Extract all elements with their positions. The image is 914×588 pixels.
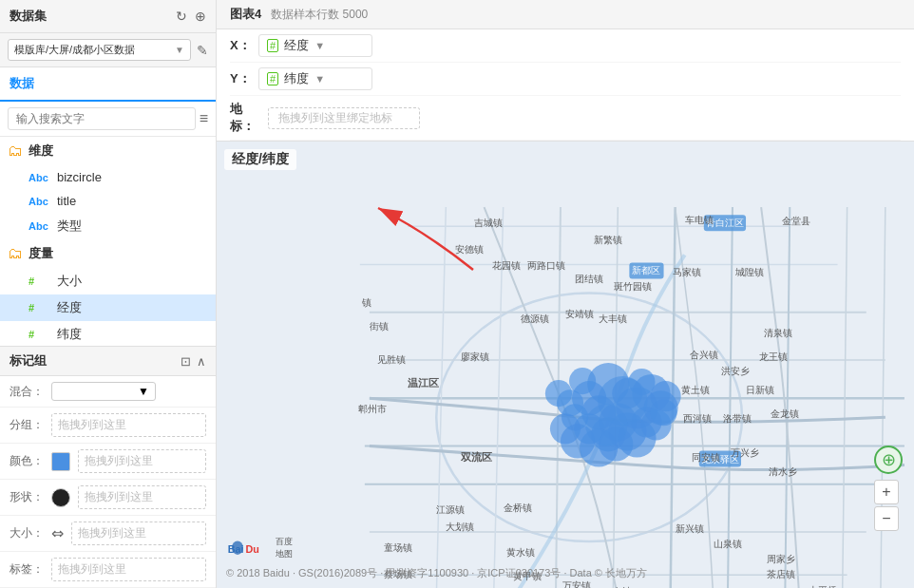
svg-text:郫州市: 郫州市: [358, 404, 387, 414]
shape-row: 形状： 拖拽列到这里: [0, 480, 216, 516]
geo-dropzone[interactable]: 拖拽列到这里绑定地标: [268, 107, 420, 129]
svg-point-46: [585, 404, 627, 446]
refresh-icon[interactable]: ↻: [176, 9, 187, 24]
chart-type-label: 经度/纬度: [224, 149, 296, 170]
x-field-name: 经度: [284, 37, 309, 54]
mark-group-panel: 标记组 ⊡ ∧ 混合： ▼ 分组： 拖拽列到这里 颜色： 拖拽列到这里: [0, 346, 216, 588]
svg-text:西河镇: 西河镇: [683, 413, 712, 424]
data-tab[interactable]: 数据: [0, 67, 216, 102]
geo-row: 地标： 拖拽列到这里绑定地标: [230, 96, 901, 141]
blend-row: 混合： ▼: [0, 376, 216, 408]
map-copyright: © 2018 Baidu · GS(2016)2089号 · 甲测资字11009…: [226, 566, 647, 580]
field-latitude[interactable]: # 纬度: [0, 321, 216, 346]
tag-dropzone[interactable]: 拖拽列到这里: [51, 558, 206, 581]
field-name-latitude: 纬度: [57, 326, 82, 343]
color-dropzone[interactable]: 拖拽列到这里: [78, 449, 206, 473]
svg-text:德源镇: 德源镇: [521, 313, 549, 324]
svg-point-43: [569, 368, 596, 394]
svg-text:见胜镇: 见胜镇: [377, 354, 406, 365]
svg-text:城隍镇: 城隍镇: [734, 267, 764, 277]
color-row: 颜色： 拖拽列到这里: [0, 444, 216, 480]
svg-text:同安镇: 同安镇: [692, 452, 720, 463]
mark-group-expand-icon[interactable]: ∧: [197, 354, 206, 369]
field-longitude[interactable]: # 经度: [0, 294, 216, 321]
svg-point-41: [545, 380, 572, 407]
svg-text:车电镇: 车电镇: [685, 215, 714, 225]
svg-text:大丰镇: 大丰镇: [599, 313, 627, 324]
svg-text:新兴镇: 新兴镇: [676, 523, 704, 534]
search-bar: ≡: [0, 102, 216, 137]
svg-text:团结镇: 团结镇: [575, 274, 603, 284]
panel-header-icons: ↻ ⊕: [176, 9, 206, 24]
field-name-longitude: 经度: [57, 299, 82, 316]
x-axis-field[interactable]: # 经度 ▼: [258, 34, 372, 57]
baidu-logo: Bai Du 百度 地图: [226, 535, 293, 561]
svg-text:茶店镇: 茶店镇: [767, 569, 795, 579]
y-field-arrow-icon: ▼: [314, 73, 325, 85]
zoom-controls: ⊕ + −: [874, 446, 903, 531]
measures-section-header[interactable]: 🗂 度量: [0, 239, 216, 268]
dataset-dropdown[interactable]: 模版库/大屏/成都小区数据 ▼: [8, 39, 191, 61]
svg-text:镇: 镇: [361, 297, 371, 308]
color-picker[interactable]: [51, 452, 70, 471]
field-name-bizcircle: bizcircle: [57, 170, 102, 184]
geo-label: 地标：: [230, 101, 258, 135]
svg-text:黄水镇: 黄水镇: [506, 547, 535, 558]
split-dropzone[interactable]: 拖拽列到这里: [51, 413, 206, 437]
svg-text:金龙镇: 金龙镇: [771, 408, 799, 419]
blend-dropdown-arrow: ▼: [138, 385, 149, 398]
field-type-abc-type: Abc: [29, 220, 51, 232]
svg-text:合兴镇: 合兴镇: [690, 350, 718, 360]
settings-icon[interactable]: ⊕: [195, 9, 206, 24]
zoom-out-button[interactable]: −: [874, 506, 899, 531]
split-label: 分组：: [10, 417, 44, 433]
svg-text:童场镇: 童场镇: [384, 542, 412, 553]
dataset-selector: 模版库/大屏/成都小区数据 ▼ ✎: [0, 33, 216, 67]
dataset-edit-button[interactable]: ✎: [197, 43, 208, 58]
folder-icon-measures: 🗂: [8, 245, 23, 262]
svg-text:双流区: 双流区: [460, 451, 492, 463]
blend-value: ▼: [51, 382, 206, 401]
zoom-in-button[interactable]: +: [874, 480, 899, 504]
field-name-type: 类型: [57, 218, 82, 235]
blend-dropdown[interactable]: ▼: [51, 382, 156, 401]
blend-label: 混合：: [10, 384, 44, 400]
folder-icon: 🗂: [8, 142, 23, 160]
zoom-locate-button[interactable]: ⊕: [874, 446, 903, 474]
shape-dropzone[interactable]: 拖拽列到这里: [78, 485, 206, 509]
split-row: 分组： 拖拽列到这里: [0, 408, 216, 444]
search-input[interactable]: [8, 107, 196, 130]
search-menu-icon[interactable]: ≡: [200, 110, 208, 127]
y-axis-field[interactable]: # 纬度 ▼: [258, 67, 372, 90]
svg-text:新繁镇: 新繁镇: [594, 235, 622, 245]
svg-text:日新镇: 日新镇: [746, 385, 774, 395]
left-panel: 数据集 ↻ ⊕ 模版库/大屏/成都小区数据 ▼ ✎ 数据 ≡ 🗂 维度 Abc …: [0, 0, 217, 588]
svg-text:金堂县: 金堂县: [782, 216, 810, 226]
mark-group-header: 标记组 ⊡ ∧: [0, 347, 216, 376]
x-field-type-icon: #: [267, 39, 278, 52]
svg-point-42: [650, 381, 680, 411]
chart-subtitle: 数据样本行数 5000: [271, 7, 368, 23]
baidu-map-text: 地图: [276, 548, 293, 560]
main-area: 图表4 数据样本行数 5000 X： # 经度 ▼ Y： # 纬度 ▼ 地标： …: [217, 0, 914, 588]
baidu-logo-svg: Bai Du: [226, 535, 272, 561]
tag-label: 标签：: [10, 561, 44, 578]
tag-row: 标签： 拖拽列到这里: [0, 552, 216, 588]
y-axis-label: Y：: [230, 70, 258, 87]
dimensions-section-header[interactable]: 🗂 维度: [0, 137, 216, 165]
dropdown-arrow-icon: ▼: [175, 45, 184, 55]
y-field-name: 纬度: [284, 70, 309, 87]
mark-group-collapse-icon[interactable]: ⊡: [181, 354, 191, 369]
size-dropzone[interactable]: 拖拽列到这里: [71, 522, 206, 545]
field-bizcircle[interactable]: Abc bizcircle: [0, 165, 216, 189]
map-container: 经度/纬度: [217, 142, 914, 588]
field-type-item[interactable]: Abc 类型: [0, 213, 216, 239]
svg-text:黄土镇: 黄土镇: [681, 385, 710, 395]
shape-picker[interactable]: [51, 488, 70, 507]
field-size[interactable]: # 大小: [0, 268, 216, 294]
field-title[interactable]: Abc title: [0, 189, 216, 213]
y-axis-row: Y： # 纬度 ▼: [230, 63, 901, 96]
size-icon[interactable]: ⇔: [51, 524, 64, 542]
field-name-title: title: [57, 194, 76, 208]
baidu-logo-text: 百度: [276, 536, 293, 548]
